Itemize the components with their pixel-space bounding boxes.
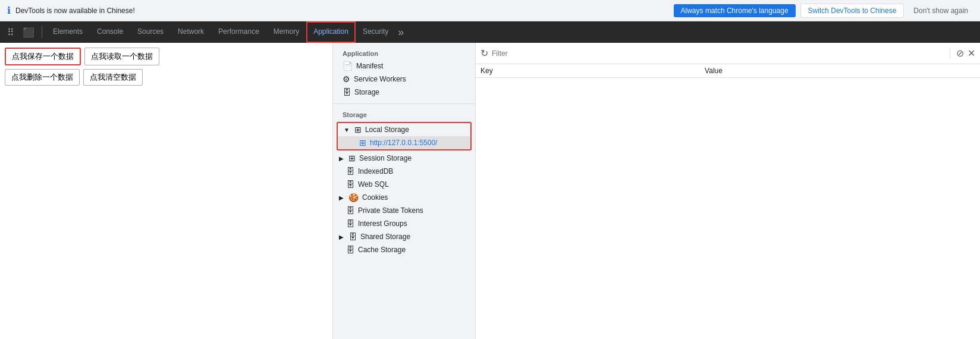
cache-storage-icon: 🗄 — [346, 245, 354, 255]
shared-storage-icon: 🗄 — [348, 232, 357, 241]
filter-input[interactable] — [492, 49, 944, 58]
sidebar-item-localhost[interactable]: ⊞ http://127.0.0.1:5500/ — [338, 136, 470, 149]
local-storage-icon: ⊞ — [354, 125, 362, 134]
websql-icon: 🗄 — [346, 180, 354, 189]
session-storage-icon: ⊞ — [348, 153, 356, 163]
tab-separator — [42, 26, 42, 38]
filter-input-wrap — [492, 49, 944, 58]
local-storage-arrow: ▼ — [344, 127, 350, 133]
sidebar: Application 📄 Manifest ⚙ Service Workers… — [333, 43, 476, 339]
main-area: 点我保存一个数据 点我读取一个数据 点我删除一个数据 点我清空数据 Applic… — [0, 43, 980, 339]
local-storage-group: ▼ ⊞ Local Storage ⊞ http://127.0.0.1:550… — [337, 122, 472, 150]
sidebar-label-manifest: Manifest — [356, 62, 383, 70]
cookies-arrow: ▶ — [339, 194, 344, 201]
sidebar-item-shared-storage[interactable]: ▶ 🗄 Shared Storage — [333, 230, 475, 243]
notification-text: DevTools is now available in Chinese! — [15, 7, 669, 15]
tab-application[interactable]: Application — [306, 21, 356, 43]
sidebar-item-cache-storage[interactable]: 🗄 Cache Storage — [333, 243, 475, 256]
sidebar-item-interest-groups[interactable]: 🗄 Interest Groups — [333, 217, 475, 230]
filter-divider — [950, 49, 950, 58]
block-icon[interactable]: ⊘ — [956, 48, 964, 59]
sidebar-divider-1 — [333, 103, 475, 104]
sidebar-item-service-workers[interactable]: ⚙ Service Workers — [333, 73, 475, 86]
service-workers-icon: ⚙ — [343, 74, 350, 84]
sidebar-label-storage: Storage — [354, 88, 379, 96]
sidebar-item-storage[interactable]: 🗄 Storage — [333, 86, 475, 99]
sidebar-label-session-storage: Session Storage — [359, 154, 412, 162]
sidebar-label-websql: Web SQL — [358, 180, 389, 189]
sidebar-label-cookies: Cookies — [362, 193, 388, 202]
tab-performance[interactable]: Performance — [211, 21, 266, 43]
indexeddb-icon: 🗄 — [346, 167, 354, 176]
sidebar-item-websql[interactable]: 🗄 Web SQL — [333, 178, 475, 191]
sidebar-label-cache-storage: Cache Storage — [358, 246, 406, 254]
tab-memory[interactable]: Memory — [266, 21, 306, 43]
private-state-tokens-icon: 🗄 — [346, 206, 354, 215]
switch-to-chinese-button[interactable]: Switch DevTools to Chinese — [800, 4, 904, 18]
button-row-2: 点我删除一个数据 点我清空数据 — [5, 69, 328, 86]
sidebar-label-indexeddb: IndexedDB — [358, 167, 393, 175]
sidebar-label-interest-groups: Interest Groups — [358, 219, 407, 228]
localhost-icon: ⊞ — [359, 138, 366, 147]
sidebar-item-indexeddb[interactable]: 🗄 IndexedDB — [333, 165, 475, 178]
sidebar-label-shared-storage: Shared Storage — [360, 233, 410, 241]
filter-bar: ↻ ⊘ ✕ — [476, 43, 980, 64]
match-language-button[interactable]: Always match Chrome's language — [674, 4, 796, 17]
device-icon[interactable]: ⬛ — [20, 24, 37, 40]
inspect-icon[interactable]: ⠿ — [2, 24, 19, 40]
save-data-button[interactable]: 点我保存一个数据 — [5, 48, 81, 65]
tab-sources[interactable]: Sources — [130, 21, 171, 43]
tab-console[interactable]: Console — [90, 21, 130, 43]
notification-bar: ℹ DevTools is now available in Chinese! … — [0, 0, 980, 21]
button-row-1: 点我保存一个数据 点我读取一个数据 — [5, 48, 328, 65]
devtools-panel: Application 📄 Manifest ⚙ Service Workers… — [333, 43, 980, 339]
sidebar-item-private-state-tokens[interactable]: 🗄 Private State Tokens — [333, 204, 475, 217]
storage-icon: 🗄 — [343, 87, 351, 97]
col-value: Value — [700, 64, 980, 78]
storage-table: Key Value — [476, 64, 980, 78]
clear-data-button[interactable]: 点我清空数据 — [83, 69, 143, 86]
interest-groups-icon: 🗄 — [346, 219, 354, 228]
dont-show-button[interactable]: Don't show again — [909, 4, 973, 17]
sidebar-item-cookies[interactable]: ▶ 🍪 Cookies — [333, 191, 475, 204]
shared-storage-arrow: ▶ — [339, 234, 344, 240]
col-key: Key — [476, 64, 700, 78]
content-pane: ↻ ⊘ ✕ Key Value — [476, 43, 980, 339]
data-table: Key Value — [476, 64, 980, 339]
info-icon: ℹ — [7, 5, 11, 16]
cookies-icon: 🍪 — [348, 193, 359, 202]
sidebar-item-local-storage[interactable]: ▼ ⊞ Local Storage — [338, 123, 470, 136]
session-storage-arrow: ▶ — [339, 155, 344, 162]
tab-security[interactable]: Security — [356, 21, 395, 43]
more-tabs-button[interactable]: » — [398, 26, 404, 39]
tab-elements[interactable]: Elements — [46, 21, 90, 43]
sidebar-item-manifest[interactable]: 📄 Manifest — [333, 59, 475, 73]
read-data-button[interactable]: 点我读取一个数据 — [84, 48, 159, 65]
sidebar-item-session-storage[interactable]: ▶ ⊞ Session Storage — [333, 152, 475, 165]
sidebar-section-application: Application — [333, 48, 475, 59]
sidebar-label-localhost: http://127.0.0.1:5500/ — [370, 139, 437, 147]
tab-network[interactable]: Network — [171, 21, 211, 43]
sidebar-label-local-storage: Local Storage — [365, 125, 409, 134]
sidebar-section-storage: Storage — [333, 109, 475, 121]
manifest-icon: 📄 — [343, 61, 353, 71]
clear-filter-button[interactable]: ✕ — [968, 48, 975, 59]
devtools-tab-bar: ⠿ ⬛ Elements Console Sources Network Per… — [0, 21, 980, 43]
refresh-button[interactable]: ↻ — [480, 48, 488, 59]
sidebar-label-private-state-tokens: Private State Tokens — [358, 206, 423, 215]
delete-data-button[interactable]: 点我删除一个数据 — [5, 69, 80, 86]
sidebar-label-service-workers: Service Workers — [354, 75, 406, 83]
webpage-area: 点我保存一个数据 点我读取一个数据 点我删除一个数据 点我清空数据 — [0, 43, 333, 339]
